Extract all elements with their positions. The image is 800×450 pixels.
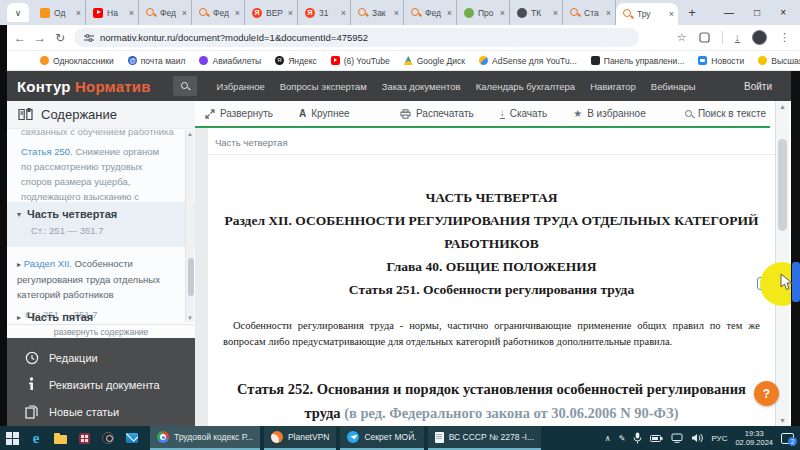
bookmark[interactable]: Google Диск bbox=[404, 56, 465, 66]
scroll-down-icon[interactable]: ▼ bbox=[187, 315, 193, 321]
sidebar-item-document-details[interactable]: Реквизиты документа bbox=[7, 371, 195, 398]
taskbar-task-planetvpn[interactable]: PlanetVPN bbox=[264, 426, 337, 450]
bookmark[interactable]: (6) YouTube bbox=[331, 56, 390, 66]
nav-webinars[interactable]: Вебинары bbox=[651, 81, 696, 92]
browser-tab[interactable]: На× bbox=[86, 0, 139, 25]
font-size-button[interactable]: A Крупнее bbox=[299, 108, 350, 119]
expand-document-button[interactable]: Развернуть bbox=[205, 108, 273, 119]
file-explorer-icon[interactable] bbox=[48, 426, 72, 450]
extensions-icon[interactable] bbox=[699, 32, 710, 43]
tab-close-icon[interactable]: × bbox=[394, 8, 399, 18]
taskbar-task-telegram[interactable]: Секрет МОЙ. bbox=[340, 426, 423, 450]
tab-close-icon[interactable]: × bbox=[500, 8, 505, 18]
pen-icon[interactable]: ✎ bbox=[619, 434, 626, 443]
bookmark[interactable]: Новости bbox=[698, 56, 744, 66]
tab-close-icon[interactable]: × bbox=[76, 8, 81, 18]
scroll-up-icon[interactable]: ▲ bbox=[779, 103, 786, 110]
tray-chevron-icon[interactable]: ∧ bbox=[605, 434, 611, 443]
scroll-up-icon[interactable]: ▲ bbox=[187, 131, 193, 137]
browser-tab[interactable]: Од× bbox=[33, 0, 86, 25]
nav-expert-questions[interactable]: Вопросы экспертам bbox=[280, 81, 367, 92]
tab-close-icon[interactable]: × bbox=[182, 8, 187, 18]
browser-tab[interactable]: Ста× bbox=[563, 0, 616, 25]
browser-tab[interactable]: Зак× bbox=[351, 0, 404, 25]
window-maximize-button[interactable]: □ bbox=[754, 7, 760, 18]
kontur-normativ-logo[interactable]: Контур Норматив bbox=[17, 78, 151, 95]
browser-tab[interactable]: 31× bbox=[298, 0, 351, 25]
network-icon[interactable] bbox=[671, 433, 683, 443]
bookmark-star-icon[interactable]: ☆ bbox=[677, 31, 687, 44]
edge-icon[interactable]: e bbox=[24, 426, 48, 450]
scroll-down-icon[interactable]: ▼ bbox=[779, 417, 786, 424]
sidebar-item-editions[interactable]: Редакции bbox=[7, 344, 195, 371]
tab-close-icon[interactable]: × bbox=[288, 8, 293, 18]
caret-right-icon[interactable]: ▸ bbox=[17, 260, 21, 269]
back-icon[interactable]: ← bbox=[10, 31, 30, 45]
nav-document-order[interactable]: Заказ документов bbox=[382, 81, 461, 92]
tab-close-icon[interactable]: × bbox=[553, 8, 558, 18]
start-button[interactable] bbox=[0, 426, 24, 450]
breadcrumb[interactable]: Часть четвертая bbox=[215, 137, 288, 148]
taskbar-task-document[interactable]: ВС СССР № 2278 -I... bbox=[428, 426, 541, 450]
section-12-link[interactable]: Раздел XII. bbox=[24, 258, 72, 269]
bookmark[interactable]: Одноклассники bbox=[40, 56, 114, 66]
search-in-text-button[interactable]: Поиск в тексте bbox=[685, 108, 766, 119]
new-tab-button[interactable]: + bbox=[682, 5, 702, 20]
tab-close-icon[interactable]: × bbox=[129, 8, 134, 18]
toc-scrollbar-thumb[interactable] bbox=[188, 258, 194, 296]
browser-tab[interactable]: ВЕР× bbox=[245, 0, 298, 25]
toc-part-five[interactable]: ▸Часть пятая bbox=[17, 311, 93, 323]
sidebar-item-new-articles[interactable]: Новые статьи bbox=[7, 398, 195, 425]
nav-navigator[interactable]: Навигатор bbox=[590, 81, 636, 92]
browser-tab[interactable]: Фед× bbox=[192, 0, 245, 25]
print-button[interactable]: Распечатать bbox=[400, 108, 474, 119]
browser-tab[interactable]: Про× bbox=[457, 0, 510, 25]
browser-tab[interactable]: ТК× bbox=[510, 0, 563, 25]
document-scrollbar-thumb[interactable] bbox=[778, 139, 787, 231]
bookmark[interactable]: Высшая квалифика... bbox=[758, 56, 800, 66]
taskbar-task-chrome[interactable]: Трудовой кодекс Р... bbox=[150, 426, 260, 450]
browser-tab[interactable]: Фед× bbox=[404, 0, 457, 25]
help-button[interactable]: ? bbox=[754, 381, 779, 406]
forward-icon[interactable]: → bbox=[30, 31, 50, 45]
bookmark[interactable]: почта маил bbox=[128, 56, 186, 66]
header-search-button[interactable] bbox=[173, 76, 197, 96]
toc-scrollbar[interactable]: ▲ ▼ bbox=[185, 130, 194, 322]
browser-tab-active[interactable]: Тру× bbox=[616, 3, 678, 25]
tab-close-icon[interactable]: × bbox=[235, 8, 240, 18]
tab-close-icon[interactable]: × bbox=[341, 8, 346, 18]
window-minimize-button[interactable]: — bbox=[724, 7, 734, 18]
bookmark[interactable]: Яндекс bbox=[275, 56, 317, 66]
bookmark[interactable]: Авиабилеты bbox=[199, 56, 261, 66]
profile-avatar[interactable] bbox=[752, 30, 767, 45]
microphone-icon[interactable] bbox=[633, 432, 642, 444]
nav-accountant-calendar[interactable]: Календарь бухгалтера bbox=[476, 81, 576, 92]
tab-close-icon[interactable]: × bbox=[669, 9, 674, 19]
bookmark[interactable]: AdSense для YouTu... bbox=[479, 56, 577, 66]
action-center-icon[interactable]: 2 bbox=[781, 433, 794, 444]
window-close-button[interactable]: × bbox=[780, 7, 786, 18]
toc-truncated-item[interactable]: связанных с обучением работника bbox=[21, 129, 174, 137]
taskbar-clock[interactable]: 19:3302.09.2024 bbox=[735, 429, 773, 447]
toc-part-four-active[interactable]: ▾Часть четвертая Ст.: 251 — 351.7 bbox=[7, 202, 195, 247]
site-settings-icon[interactable] bbox=[84, 33, 94, 43]
downloads-icon[interactable]: ↓ bbox=[735, 32, 741, 43]
bookmark[interactable]: Панель управлени... bbox=[591, 56, 685, 66]
favorite-button[interactable]: ★ В избранное bbox=[573, 108, 646, 119]
download-button[interactable]: ↓ Скачать bbox=[500, 108, 548, 119]
caret-right-icon[interactable]: ▸ bbox=[17, 313, 21, 322]
tab-search-button[interactable]: ∨ bbox=[7, 3, 29, 22]
browser-tab[interactable]: Фед× bbox=[139, 0, 192, 25]
article-250-link[interactable]: Статья 250. bbox=[21, 146, 73, 157]
obs-icon[interactable] bbox=[96, 426, 120, 450]
nav-favorites[interactable]: Избранное bbox=[217, 81, 265, 92]
tab-close-icon[interactable]: × bbox=[606, 8, 611, 18]
expand-contents-link[interactable]: развернуть содержание bbox=[7, 324, 195, 338]
mail-icon[interactable] bbox=[120, 426, 144, 450]
browser-menu-icon[interactable]: ⋮ bbox=[779, 31, 790, 44]
url-field[interactable]: normativ.kontur.ru/document?moduleId=1&d… bbox=[74, 28, 639, 47]
caret-down-icon[interactable]: ▾ bbox=[17, 210, 21, 219]
speaker-icon[interactable] bbox=[691, 433, 703, 443]
reload-icon[interactable]: ↻ bbox=[50, 31, 70, 45]
language-indicator[interactable]: РУС bbox=[711, 434, 727, 443]
